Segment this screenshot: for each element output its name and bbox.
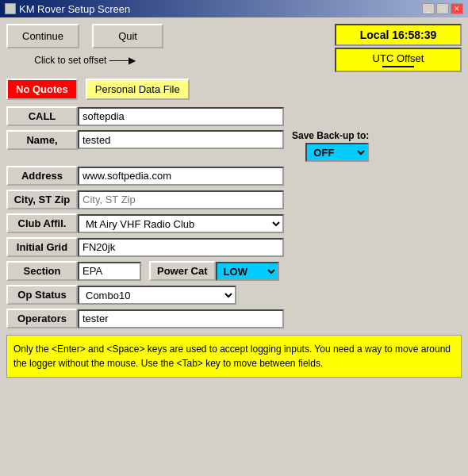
op-status-label: Op Status: [6, 285, 78, 305]
call-label: CALL: [6, 106, 78, 126]
maximize-button[interactable]: □: [436, 3, 449, 14]
op-status-select[interactable]: Combo10: [78, 286, 236, 305]
address-input[interactable]: [78, 167, 284, 186]
initial-grid-input[interactable]: [78, 238, 284, 257]
local-time-display: Local 16:58:39: [335, 24, 462, 46]
city-label: City, ST Zip: [6, 190, 78, 209]
utc-offset-display: UTC Offset: [335, 48, 462, 72]
title-text: KM Rover Setup Screen: [19, 3, 130, 15]
section-label: Section: [6, 261, 78, 281]
close-button[interactable]: ✕: [451, 3, 463, 14]
operators-input[interactable]: [78, 309, 284, 328]
club-label: Club Affil.: [6, 213, 78, 233]
app-icon: [5, 3, 16, 14]
personal-data-button[interactable]: Personal Data File: [86, 79, 190, 100]
save-backup-label: Save Back-up to:: [292, 130, 369, 141]
section-input[interactable]: [78, 262, 141, 281]
club-select[interactable]: Mt Airy VHF Radio Club: [78, 214, 284, 233]
save-backup-select[interactable]: OFF: [305, 143, 369, 162]
quit-button[interactable]: Quit: [92, 24, 163, 48]
no-quotes-button[interactable]: No Quotes: [6, 79, 78, 100]
power-cat-select[interactable]: LOW: [216, 262, 279, 281]
city-input[interactable]: [78, 190, 284, 209]
minimize-button[interactable]: _: [422, 3, 435, 14]
offset-label[interactable]: Click to set offset ——▶: [6, 55, 163, 66]
operators-label: Operators: [6, 309, 78, 328]
info-box: Only the <Enter> and <Space> keys are us…: [6, 335, 462, 378]
continue-button[interactable]: Continue: [6, 24, 79, 48]
initial-grid-label: Initial Grid: [6, 237, 78, 257]
address-label: Address: [6, 166, 78, 186]
call-input[interactable]: [78, 107, 284, 126]
name-input[interactable]: [78, 130, 284, 149]
name-label: Name,: [6, 130, 78, 150]
power-cat-label: Power Cat: [149, 261, 216, 281]
